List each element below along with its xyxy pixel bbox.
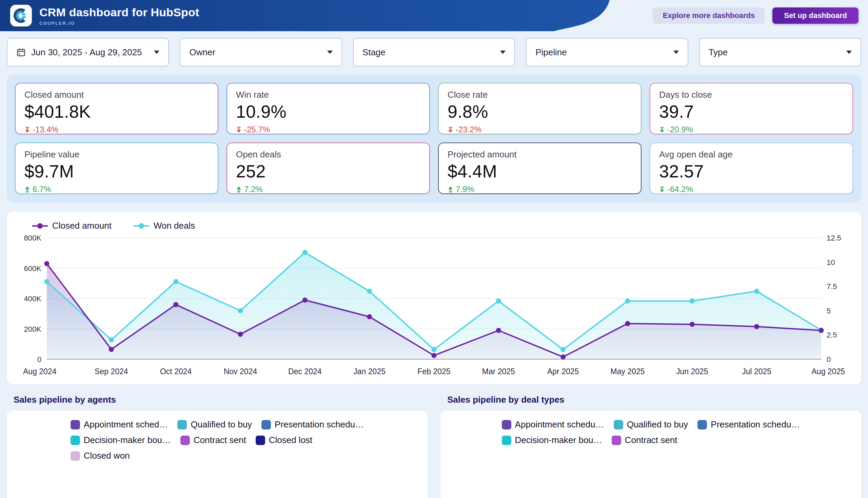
legend-label: Decision-maker bou… [515, 435, 602, 445]
filter-stage-label: Stage [362, 47, 386, 58]
svg-text:Nov 2024: Nov 2024 [224, 367, 257, 376]
legend-label: Appointment schedu… [515, 419, 604, 430]
legend-item-qualified-to-buy[interactable]: Qualified to buy [177, 419, 252, 430]
legend-swatch [614, 420, 623, 430]
legend-swatch [70, 420, 80, 430]
kpi-card-win-rate: Win rate10.9%-25.7% [227, 83, 430, 134]
legend-row: Decision-maker bou…Contract sentClosed l… [70, 435, 364, 445]
explore-dashboards-button[interactable]: Explore more dashboards [653, 8, 765, 24]
svg-text:Feb 2025: Feb 2025 [417, 367, 450, 376]
filter-bar: Jun 30, 2025 - Aug 29, 2025OwnerStagePip… [7, 38, 861, 66]
chevron-down-icon [673, 51, 679, 54]
svg-text:Mar 2025: Mar 2025 [482, 367, 515, 376]
legend-swatch [256, 436, 265, 445]
kpi-grid: Closed amount$401.8K-13.4%Win rate10.9%-… [15, 83, 853, 194]
kpi-card-projected-amount: Projected amount$4.4M7.9% [438, 143, 641, 194]
filter-type[interactable]: Type [699, 38, 861, 66]
kpi-value: 39.7 [659, 102, 844, 122]
kpi-trend: 7.9% [448, 185, 632, 194]
legend-label: Presentation schedu… [711, 419, 800, 430]
legend-item-appointment-sched-[interactable]: Appointment sched… [70, 419, 168, 430]
kpi-panel: Closed amount$401.8K-13.4%Win rate10.9%-… [7, 75, 861, 202]
svg-text:2.5: 2.5 [827, 331, 837, 339]
kpi-change-value: 6.7% [32, 185, 51, 194]
legend-item-decision-maker-bou-[interactable]: Decision-maker bou… [502, 435, 602, 445]
setup-dashboard-button[interactable]: Set up dashboard [772, 8, 858, 24]
kpi-trend: 6.7% [24, 185, 209, 194]
legend-block: Appointment sched…Qualified to buyPresen… [70, 419, 364, 461]
main-chart-card: Closed amountWon deals 800K600K400K200K0… [7, 212, 861, 384]
line-chart-svg: 800K600K400K200K012.5107.552.50Aug 2024S… [16, 232, 852, 380]
trend-down-icon [659, 127, 665, 133]
legend-row: Appointment schedu…Qualified to buyPrese… [502, 419, 800, 430]
kpi-value: 9.8% [448, 102, 632, 122]
kpi-change-value: -64.2% [667, 185, 693, 194]
svg-text:Dec 2024: Dec 2024 [288, 367, 322, 376]
filter-date-range[interactable]: Jun 30, 2025 - Aug 29, 2025 [7, 38, 169, 66]
legend-swatch [181, 436, 190, 445]
svg-text:10: 10 [827, 258, 835, 267]
legend-item-decision-maker-bou-[interactable]: Decision-maker bou… [70, 435, 171, 445]
filter-pipeline[interactable]: Pipeline [526, 38, 688, 66]
filter-stage[interactable]: Stage [353, 38, 515, 66]
legend-item-appointment-schedu-[interactable]: Appointment schedu… [502, 419, 604, 430]
svg-text:0: 0 [827, 355, 831, 364]
kpi-label: Open deals [236, 149, 420, 160]
bottom-sections: Sales pipeline by agentsAppointment sche… [7, 394, 861, 498]
legend-label: Appointment sched… [84, 419, 168, 430]
legend-label: Won deals [153, 221, 195, 231]
app-header: CRM dashboard for HubSpot COUPLER.IO Exp… [0, 0, 868, 31]
page-title: CRM dashboard for HubSpot [39, 6, 199, 19]
legend-label: Qualified to buy [190, 419, 252, 430]
kpi-change-value: -13.4% [32, 125, 58, 134]
kpi-change-value: -23.2% [456, 125, 481, 134]
section-title: Sales pipeline by deal types [447, 394, 861, 405]
svg-text:Aug 2025: Aug 2025 [812, 367, 845, 376]
filter-owner[interactable]: Owner [180, 38, 342, 66]
chevron-down-icon [327, 51, 333, 54]
svg-text:7.5: 7.5 [827, 282, 837, 291]
kpi-card-pipeline-value: Pipeline value$9.7M6.7% [15, 143, 218, 194]
legend-item-closed-won[interactable]: Closed won [70, 450, 130, 461]
section-sales-pipeline-by-agents: Sales pipeline by agentsAppointment sche… [7, 394, 428, 498]
kpi-card-avg-open-deal-age: Avg open deal age32.57-64.2% [650, 143, 853, 194]
kpi-change-value: -20.9% [667, 125, 693, 134]
kpi-value: $4.4M [448, 161, 632, 182]
kpi-label: Projected amount [448, 149, 632, 160]
kpi-trend: 7.2% [236, 185, 420, 194]
svg-text:Jan 2025: Jan 2025 [353, 367, 386, 376]
svg-text:Oct 2024: Oct 2024 [160, 367, 192, 376]
kpi-label: Closed amount [24, 90, 209, 100]
kpi-value: 10.9% [236, 102, 420, 122]
svg-text:Jun 2025: Jun 2025 [676, 367, 708, 376]
calendar-icon [16, 48, 26, 57]
trend-up-icon [24, 186, 30, 193]
legend-marker-icon [133, 223, 149, 229]
legend-item-presentation-schedu-[interactable]: Presentation schedu… [697, 419, 800, 430]
chevron-down-icon [500, 51, 506, 54]
legend-item-qualified-to-buy[interactable]: Qualified to buy [614, 419, 688, 430]
kpi-value: $401.8K [24, 102, 209, 122]
svg-text:Jul 2025: Jul 2025 [742, 367, 771, 376]
legend-swatch [177, 420, 187, 430]
legend-item-presentation-schedu-[interactable]: Presentation schedu… [262, 419, 364, 430]
legend-label: Decision-maker bou… [84, 435, 171, 445]
svg-text:5: 5 [827, 307, 831, 315]
kpi-card-close-rate: Close rate9.8%-23.2% [438, 83, 641, 134]
legend-item-closed-amount[interactable]: Closed amount [32, 221, 111, 231]
trend-up-icon [448, 186, 453, 193]
kpi-card-closed-amount: Closed amount$401.8K-13.4% [15, 83, 218, 134]
sales-pipeline-by-deal-types-card: Appointment schedu…Qualified to buyPrese… [440, 410, 861, 498]
coupler-logo [10, 5, 32, 26]
svg-text:400K: 400K [24, 294, 42, 303]
legend-item-closed-lost[interactable]: Closed lost [256, 435, 312, 445]
legend-label: Qualified to buy [627, 419, 688, 430]
legend-item-contract-sent[interactable]: Contract sent [181, 435, 246, 445]
coupler-logo-icon [13, 8, 29, 23]
legend-item-contract-sent[interactable]: Contract sent [612, 435, 678, 445]
legend-swatch [502, 436, 511, 445]
legend-swatch [262, 420, 271, 430]
trend-down-icon [448, 127, 453, 133]
legend-item-won-deals[interactable]: Won deals [133, 221, 195, 231]
svg-text:0: 0 [37, 355, 41, 364]
